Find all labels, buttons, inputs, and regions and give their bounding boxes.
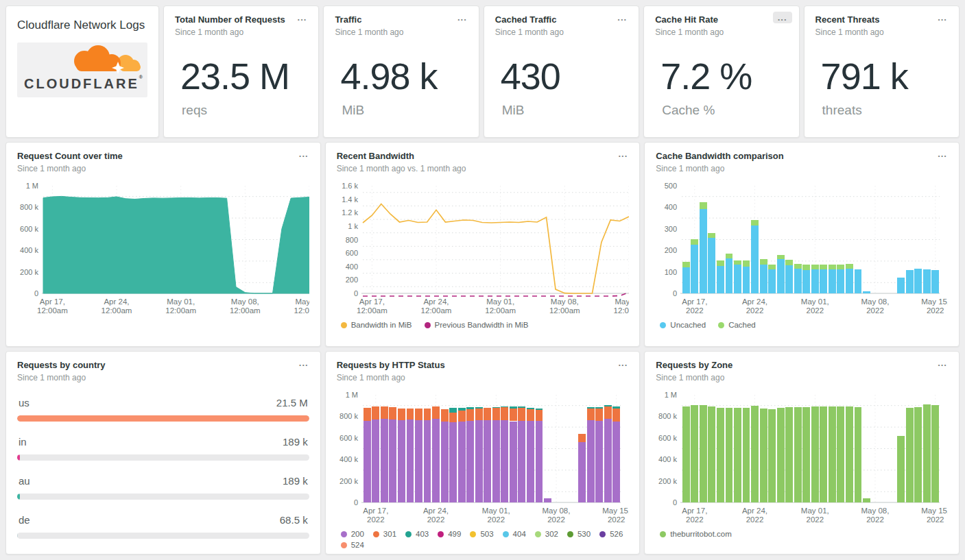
card-title: Recent Bandwidth xyxy=(337,151,629,162)
card-menu-button[interactable]: ... xyxy=(773,12,792,23)
card-menu-button[interactable]: ... xyxy=(933,357,952,369)
card-menu-button[interactable]: ... xyxy=(293,12,312,23)
svg-text:800 k: 800 k xyxy=(339,413,358,421)
svg-text:100: 100 xyxy=(665,268,677,276)
svg-text:1 M: 1 M xyxy=(26,182,38,190)
http-status-bar-chart[interactable]: 1 M800 k600 k400 k200 k0Apr 17,2022Apr 2… xyxy=(337,388,629,528)
legend-item[interactable]: 302 xyxy=(535,530,558,538)
svg-text:Apr 24,12:00am: Apr 24,12:00am xyxy=(102,297,132,315)
country-bar-fill xyxy=(17,415,309,422)
card-menu-button[interactable]: ... xyxy=(613,357,632,369)
svg-text:300: 300 xyxy=(665,225,677,233)
card-subtitle: Since 1 month ago xyxy=(175,27,307,37)
chart-row-1: ... Request Count over time Since 1 mont… xyxy=(5,142,960,347)
country-bar-fill xyxy=(17,494,20,500)
legend-item[interactable]: Cached xyxy=(718,321,756,329)
country-label: us xyxy=(19,397,29,409)
svg-text:Apr 17,12:00am: Apr 17,12:00am xyxy=(357,297,388,315)
country-value: 21.5 M xyxy=(276,397,308,409)
legend-dot-icon xyxy=(567,531,573,537)
country-row: us 21.5 M xyxy=(17,397,309,422)
chart-row-2: ... Requests by country Since 1 month ag… xyxy=(5,351,960,555)
svg-text:1.4 k: 1.4 k xyxy=(342,195,358,204)
legend-dot-icon xyxy=(373,531,379,537)
svg-text:200: 200 xyxy=(665,246,677,254)
country-bar-list: us 21.5 M in 189 k au 189 k xyxy=(17,397,309,539)
card-menu-button[interactable]: ... xyxy=(294,357,313,369)
svg-text:May 15,12:00am: May 15,12:00am xyxy=(294,297,309,315)
country-row: in 189 k xyxy=(17,436,309,461)
zone-bar-chart[interactable]: 1 M800 k600 k400 k200 k0Apr 17,2022Apr 2… xyxy=(656,388,948,528)
recent-bandwidth-line-chart[interactable]: 1.6 k1.4 k1.2 k1 k8006004002000Apr 17,12… xyxy=(337,179,629,319)
chart-card-requests-by-zone: ... Requests by Zone Since 1 month ago 1… xyxy=(644,351,960,555)
request-count-area-chart[interactable]: 1 M800 k600 k400 k200 k0Apr 17,12:00amAp… xyxy=(17,179,309,319)
stat-unit: MiB xyxy=(342,103,467,118)
country-value: 189 k xyxy=(283,475,308,487)
chart-card-requests-by-http-status: ... Requests by HTTP Status Since 1 mont… xyxy=(325,351,641,555)
card-menu-button[interactable]: ... xyxy=(612,12,632,23)
country-label: au xyxy=(19,475,30,487)
card-subtitle: Since 1 month ago xyxy=(655,27,787,37)
svg-text:200 k: 200 k xyxy=(20,268,38,276)
svg-text:200 k: 200 k xyxy=(339,477,358,485)
card-subtitle: Since 1 month ago xyxy=(17,164,309,173)
svg-text:Apr 24,2022: Apr 24,2022 xyxy=(742,297,767,315)
country-bar-track[interactable] xyxy=(17,415,309,422)
country-bar-track[interactable] xyxy=(17,533,309,539)
legend-dot-icon xyxy=(503,531,509,537)
card-menu-button[interactable]: ... xyxy=(933,148,952,160)
svg-text:May 08,12:00am: May 08,12:00am xyxy=(230,297,261,315)
stat-unit: Cache % xyxy=(662,103,787,118)
svg-text:May 08,2022: May 08,2022 xyxy=(861,297,890,315)
country-bar-track[interactable] xyxy=(17,454,309,461)
legend-item[interactable]: theburritobot.com xyxy=(660,530,732,538)
legend-item[interactable]: Bandwidth in MiB xyxy=(341,321,412,329)
legend-item[interactable]: 503 xyxy=(470,530,493,538)
svg-text:1.2 k: 1.2 k xyxy=(342,209,358,217)
legend-item[interactable]: 526 xyxy=(599,530,623,538)
cloudflare-cloud-icon xyxy=(54,44,145,77)
chart-legend: UncachedCached xyxy=(656,321,948,329)
card-menu-button[interactable]: ... xyxy=(613,148,632,160)
legend-dot-icon xyxy=(341,531,347,537)
svg-text:400: 400 xyxy=(665,204,677,212)
brand-card: Cloudflare Network Logs CLOUDFLARE® xyxy=(5,5,159,138)
legend-item[interactable]: Previous Bandwidth in MiB xyxy=(425,321,529,329)
svg-text:Apr 17,2022: Apr 17,2022 xyxy=(363,507,388,524)
card-title: Requests by HTTP Status xyxy=(337,360,629,371)
svg-text:May 01,12:00am: May 01,12:00am xyxy=(165,297,196,315)
stat-card-cache-hit-rate: ... Cache Hit Rate Since 1 month ago 7.2… xyxy=(643,5,799,138)
card-menu-button[interactable]: ... xyxy=(933,12,952,23)
legend-item[interactable]: 499 xyxy=(438,530,461,538)
svg-text:600 k: 600 k xyxy=(658,434,677,442)
svg-text:May 15,2022: May 15,2022 xyxy=(922,297,949,315)
cloudflare-wordmark: CLOUDFLARE® xyxy=(24,75,143,92)
chart-card-cache-bandwidth: ... Cache Bandwidth comparison Since 1 m… xyxy=(644,142,960,347)
dashboard-title: Cloudflare Network Logs xyxy=(17,16,147,34)
legend-item[interactable]: 200 xyxy=(341,530,364,538)
card-subtitle: Since 1 month ago xyxy=(495,27,628,37)
card-menu-button[interactable]: ... xyxy=(294,148,313,160)
svg-text:600 k: 600 k xyxy=(339,434,358,442)
svg-text:200: 200 xyxy=(345,276,357,284)
legend-item[interactable]: 524 xyxy=(341,541,364,549)
card-subtitle: Since 1 month ago xyxy=(815,27,948,37)
country-bar-track[interactable] xyxy=(17,494,309,500)
card-menu-button[interactable]: ... xyxy=(453,12,472,23)
legend-item[interactable]: 530 xyxy=(567,530,591,538)
svg-text:500: 500 xyxy=(665,182,677,190)
svg-text:200 k: 200 k xyxy=(658,477,677,485)
legend-item[interactable]: Uncached xyxy=(660,321,706,329)
svg-text:May 08,12:00am: May 08,12:00am xyxy=(549,297,580,315)
legend-item[interactable]: 301 xyxy=(373,530,396,538)
svg-text:400 k: 400 k xyxy=(658,455,677,463)
svg-text:800 k: 800 k xyxy=(658,413,677,421)
card-title: Cached Traffic xyxy=(495,14,628,25)
legend-item[interactable]: 404 xyxy=(503,530,526,538)
svg-text:400 k: 400 k xyxy=(339,455,358,463)
legend-item[interactable]: 403 xyxy=(405,530,429,538)
country-row: au 189 k xyxy=(17,475,309,500)
cache-bandwidth-bar-chart[interactable]: 5004003002001000Apr 17,2022Apr 24,2022Ma… xyxy=(656,179,948,319)
chart-card-request-count: ... Request Count over time Since 1 mont… xyxy=(5,142,321,347)
svg-text:May 01,2022: May 01,2022 xyxy=(801,297,829,315)
